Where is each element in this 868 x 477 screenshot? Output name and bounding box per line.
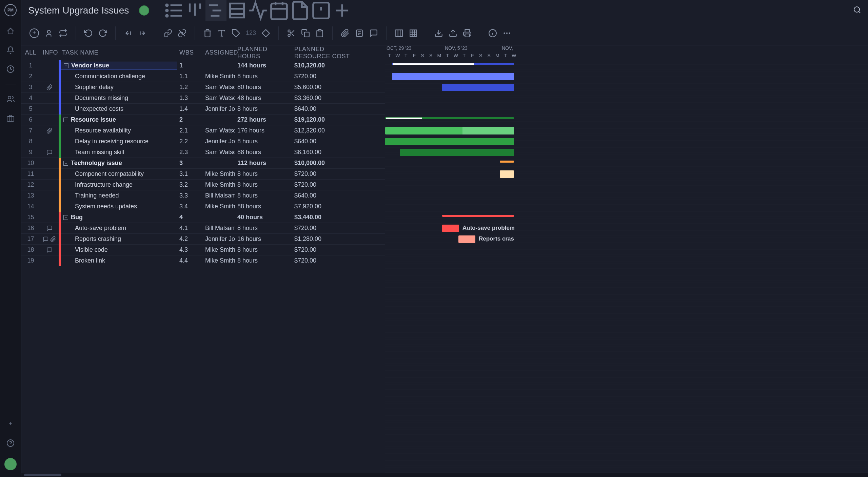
view-list-icon[interactable] xyxy=(163,0,184,21)
task-grid: ALL INFO TASK NAME WBS ASSIGNED PLANNED … xyxy=(21,45,385,477)
bell-icon[interactable] xyxy=(6,46,15,54)
col-header-wbs[interactable]: WBS xyxy=(177,49,203,56)
day-header: M xyxy=(435,53,443,58)
assign-icon[interactable] xyxy=(44,29,53,38)
comment-icon xyxy=(43,236,49,242)
gantt-bar[interactable] xyxy=(442,84,514,91)
gantt-bar[interactable]: Reports cras xyxy=(458,235,475,243)
clock-icon[interactable] xyxy=(6,65,15,73)
tag-icon[interactable] xyxy=(232,29,240,38)
print-icon[interactable] xyxy=(463,29,472,38)
svg-rect-53 xyxy=(410,30,417,37)
gantt-bar[interactable] xyxy=(442,215,514,217)
collapse-toggle[interactable]: − xyxy=(63,161,68,166)
table-row[interactable]: 11 Component compatability 3.1 Mike Smit… xyxy=(21,169,385,180)
text-style-icon[interactable] xyxy=(217,29,226,38)
gantt-bar[interactable] xyxy=(385,138,514,145)
col-header-task[interactable]: TASK NAME xyxy=(59,49,177,56)
view-sheet-icon[interactable] xyxy=(226,0,248,21)
note-icon[interactable] xyxy=(355,29,364,38)
day-header: W xyxy=(510,53,518,58)
view-add-icon[interactable] xyxy=(332,0,353,21)
collapse-toggle[interactable]: − xyxy=(63,118,68,122)
table-row[interactable]: 9 Team missing skill 2.3 Sam Watson 88 h… xyxy=(21,147,385,158)
table-row[interactable]: 16 Auto-save problem 4.1 Bill Malsam, 8 … xyxy=(21,223,385,234)
copy-icon[interactable] xyxy=(301,29,310,38)
gantt-bar[interactable] xyxy=(392,73,514,80)
cut-icon[interactable] xyxy=(287,29,296,38)
table-row[interactable]: 15 −Bug 4 40 hours $3,440.00 xyxy=(21,212,385,223)
table-row[interactable]: 1 −Vendor issue 1 144 hours $10,320.00 xyxy=(21,60,385,71)
horizontal-scrollbar[interactable] xyxy=(21,473,868,477)
day-header: F xyxy=(468,53,477,58)
gantt-bar[interactable] xyxy=(400,149,514,156)
redo-icon[interactable] xyxy=(98,29,107,38)
table-row[interactable]: 13 Training needed 3.3 Bill Malsam, 8 ho… xyxy=(21,190,385,201)
table-row[interactable]: 12 Infrastructure change 3.2 Mike Smith … xyxy=(21,180,385,190)
info-icon[interactable] xyxy=(488,29,497,38)
delete-icon[interactable] xyxy=(203,29,212,38)
outdent-icon[interactable] xyxy=(124,29,133,38)
gantt-bar[interactable]: Auto-save problem xyxy=(442,225,459,232)
table-row[interactable]: 17 Reports crashing 4.2 Jennifer Jon 16 … xyxy=(21,234,385,245)
more-icon[interactable] xyxy=(502,29,511,38)
add-task-button[interactable]: + xyxy=(29,28,39,38)
home-icon[interactable] xyxy=(6,27,15,35)
search-icon[interactable] xyxy=(853,6,861,15)
view-board-icon[interactable] xyxy=(184,0,205,21)
attach-icon[interactable] xyxy=(341,29,350,38)
import-icon[interactable] xyxy=(434,29,443,38)
gantt-bar[interactable] xyxy=(500,170,514,178)
view-activity-icon[interactable] xyxy=(248,0,269,21)
indent-icon[interactable] xyxy=(138,29,147,38)
table-row[interactable]: 18 Visible code 4.3 Mike Smith 8 hours $… xyxy=(21,245,385,255)
link-icon[interactable] xyxy=(163,29,172,38)
columns-icon[interactable] xyxy=(395,29,403,38)
gantt-bar[interactable] xyxy=(385,117,514,119)
project-avatar[interactable] xyxy=(139,5,149,16)
grid-icon[interactable] xyxy=(409,29,418,38)
col-header-assigned[interactable]: ASSIGNED xyxy=(203,49,235,56)
table-row[interactable]: 7 Resource availability 2.1 Sam Watson 1… xyxy=(21,125,385,136)
table-row[interactable]: 14 System needs updates 3.4 Mike Smith 8… xyxy=(21,201,385,212)
left-rail: PM + xyxy=(0,0,21,477)
user-avatar[interactable] xyxy=(4,458,17,470)
view-gantt-icon[interactable] xyxy=(205,0,226,21)
comment-icon[interactable] xyxy=(369,29,378,38)
table-row[interactable]: 6 −Resource issue 2 272 hours $19,120.00 xyxy=(21,115,385,125)
table-row[interactable]: 4 Documents missing 1.3 Sam Watson 48 ho… xyxy=(21,93,385,104)
col-header-hours[interactable]: PLANNED HOURS xyxy=(235,46,292,60)
table-row[interactable]: 19 Broken link 4.4 Mike Smith 8 hours $7… xyxy=(21,255,385,266)
app-logo[interactable]: PM xyxy=(4,4,17,16)
help-icon[interactable] xyxy=(6,439,15,447)
gantt-bar[interactable] xyxy=(500,161,514,163)
view-calendar-icon[interactable] xyxy=(269,0,290,21)
unlink-icon[interactable] xyxy=(178,29,186,38)
table-row[interactable]: 8 Delay in receiving resource 2.2 Jennif… xyxy=(21,136,385,147)
table-row[interactable]: 3 Supplier delay 1.2 Sam Watson 80 hours… xyxy=(21,82,385,93)
briefcase-icon[interactable] xyxy=(6,114,15,122)
col-header-cost[interactable]: PLANNED RESOURCE COST xyxy=(292,46,363,60)
transfer-icon[interactable] xyxy=(59,29,67,38)
view-file-icon[interactable] xyxy=(290,0,311,21)
day-header: F xyxy=(410,53,419,58)
gantt-bar[interactable] xyxy=(385,127,514,134)
view-alert-icon[interactable] xyxy=(311,0,332,21)
col-header-info[interactable]: INFO xyxy=(40,49,59,56)
col-header-all[interactable]: ALL xyxy=(21,49,40,56)
add-button[interactable]: + xyxy=(6,419,15,428)
table-row[interactable]: 5 Unexpected costs 1.4 Jennifer Jon 8 ho… xyxy=(21,104,385,115)
svg-point-7 xyxy=(166,4,168,6)
table-row[interactable]: 2 Communication challenge 1.1 Mike Smith… xyxy=(21,71,385,82)
table-row[interactable]: 10 −Technology issue 3 112 hours $10,000… xyxy=(21,158,385,169)
paste-icon[interactable] xyxy=(315,29,324,38)
collapse-toggle[interactable]: − xyxy=(63,215,68,220)
collapse-toggle[interactable]: − xyxy=(64,63,68,68)
team-icon[interactable] xyxy=(6,95,15,103)
export-icon[interactable] xyxy=(449,29,457,38)
gantt-chart[interactable]: OCT, 29 '23 NOV, 5 '23 NOV, TWTFSSMTWTFS… xyxy=(385,45,868,477)
undo-icon[interactable] xyxy=(84,29,93,38)
diamond-icon[interactable] xyxy=(261,29,270,38)
gantt-bar[interactable] xyxy=(392,63,514,65)
page-title: System Upgrade Issues xyxy=(28,5,129,16)
